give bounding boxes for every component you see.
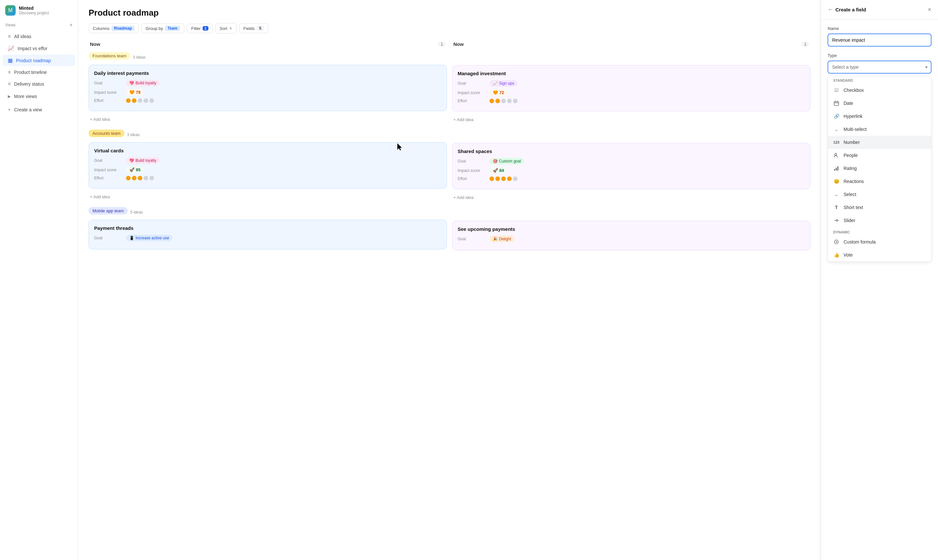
svg-point-5: [836, 220, 838, 222]
goal-value: Increase active use: [136, 236, 169, 240]
idea-field-goal: Goal 🎯 Custom goal: [457, 158, 805, 165]
card-title: See upcoming payments: [457, 226, 805, 232]
status-icon: ≡: [8, 81, 11, 87]
columns-button[interactable]: Columns Roadmap: [89, 23, 139, 33]
sidebar-item-product-timeline[interactable]: ≡ Product timeline: [3, 67, 75, 78]
impact-emoji: 🧡: [129, 90, 134, 95]
type-select[interactable]: Select a type: [827, 60, 932, 74]
goal-value: Build loyalty: [136, 158, 156, 163]
close-button[interactable]: ×: [927, 6, 932, 13]
goal-tag[interactable]: 📱 Increase active use: [126, 235, 172, 241]
sidebar-more-views[interactable]: ▶ More views: [3, 91, 75, 102]
main-header: Product roadmap Columns Roadmap Group by…: [78, 0, 821, 39]
field-label-impact: Impact score: [94, 90, 123, 95]
name-input[interactable]: [827, 34, 932, 46]
option-select[interactable]: ⌄ Select: [828, 188, 931, 201]
hyperlink-icon: 🔗: [833, 113, 839, 120]
option-multi-select[interactable]: ⌄ Multi-select: [828, 123, 931, 136]
sidebar-item-product-roadmap[interactable]: ▦ Product roadmap: [3, 55, 75, 66]
card-managed-investment: Managed investment Goal 📈 Sign ups Impac…: [452, 65, 810, 111]
sort-button[interactable]: Sort +: [215, 23, 236, 34]
field-label-goal: Goal: [457, 81, 487, 86]
app-logo: M Minted Discovery project: [0, 5, 78, 22]
option-custom-formula[interactable]: Custom formula: [828, 235, 931, 248]
add-view-icon[interactable]: +: [70, 22, 72, 28]
impact-value: 72: [499, 90, 504, 95]
option-hyperlink[interactable]: 🔗 Hyperlink: [828, 110, 931, 123]
dot-4: [507, 177, 512, 181]
svg-rect-4: [837, 166, 838, 171]
accounts-ideas-count: 3 ideas: [127, 132, 140, 137]
add-idea-foundations-left[interactable]: + Add idea: [89, 114, 447, 125]
dot-1: [490, 98, 494, 103]
add-idea-label: + Add idea: [90, 194, 110, 199]
option-label: Hyperlink: [844, 114, 863, 119]
idea-field-effort: Effort: [94, 176, 441, 180]
type-select-wrapper: Select a type: [827, 60, 932, 74]
slider-icon: [833, 217, 839, 224]
option-short-text[interactable]: T Short text: [828, 201, 931, 214]
goal-tag[interactable]: 📈 Sign ups: [490, 80, 518, 87]
option-vote[interactable]: 👍 Vote: [828, 248, 931, 262]
svg-rect-2: [834, 169, 835, 171]
goal-tag[interactable]: 🎯 Custom goal: [490, 158, 524, 165]
add-idea-foundations-right[interactable]: + Add idea: [452, 115, 810, 125]
team-mobile-right: See upcoming payments Goal 🎉 Delight: [452, 208, 810, 250]
col-header-now2: Now 1: [452, 39, 810, 49]
dot-5: [513, 177, 518, 181]
sidebar-item-all-ideas[interactable]: ≡ All ideas: [3, 31, 75, 42]
group-by-button[interactable]: Group by Team: [141, 23, 184, 33]
short-text-icon: T: [833, 204, 839, 211]
back-arrow-icon[interactable]: ←: [827, 6, 833, 13]
add-idea-accounts-left[interactable]: + Add idea: [89, 192, 447, 202]
dot-5: [149, 176, 154, 180]
team-mobile-left: Mobile app team 5 ideas Payment threads …: [89, 207, 447, 249]
option-reactions[interactable]: 😊 Reactions: [828, 175, 931, 188]
team-label-mobile: Mobile app team: [89, 207, 128, 215]
sidebar-item-delivery-status[interactable]: ≡ Delivery status: [3, 78, 75, 89]
option-people[interactable]: People: [828, 149, 931, 162]
option-rating[interactable]: Rating: [828, 162, 931, 175]
card-payment-threads: Payment threads Goal 📱 Increase active u…: [89, 220, 447, 249]
add-idea-label: + Add idea: [453, 117, 474, 122]
impact-emoji: 🚀: [129, 167, 134, 172]
option-label: People: [844, 153, 858, 158]
dot-2: [495, 177, 500, 181]
team-accounts-left: Accounts team 3 ideas Virtual cards Goal…: [89, 129, 447, 202]
goal-tag[interactable]: 💖 Build loyalty: [126, 80, 160, 86]
sidebar-create-view[interactable]: + Create a view: [3, 104, 75, 115]
create-view-label: Create a view: [14, 107, 42, 112]
option-number[interactable]: 123 Number: [828, 136, 931, 149]
goal-emoji: 📈: [493, 81, 497, 86]
sort-label: Sort: [220, 26, 227, 31]
idea-field-impact: Impact score 🧡 72: [457, 89, 805, 96]
add-idea-accounts-right[interactable]: + Add idea: [452, 192, 810, 203]
dot-5: [149, 98, 154, 103]
option-label: Rating: [844, 166, 856, 171]
logo-icon: M: [5, 5, 15, 15]
formula-icon: [833, 238, 839, 245]
col-title-now: Now: [90, 42, 100, 47]
option-label: Slider: [844, 218, 855, 223]
col-count-now2: 1: [801, 42, 809, 47]
dot-1: [126, 98, 131, 103]
option-slider[interactable]: Slider: [828, 214, 931, 227]
option-date[interactable]: Date: [828, 97, 931, 110]
name-field-label: Name: [827, 26, 932, 31]
field-label-goal: Goal: [457, 237, 487, 241]
filter-button[interactable]: Filter 1: [187, 24, 213, 33]
views-section: Views +: [0, 22, 78, 31]
card-upcoming-payments: See upcoming payments Goal 🎉 Delight: [452, 221, 810, 250]
sidebar-item-impact-vs-effort[interactable]: 📈 Impact vs effor: [3, 43, 75, 54]
col-now-left: Now 1 Foundations team 3 ideas Daily int…: [89, 39, 447, 255]
plus-icon: +: [8, 107, 11, 113]
impact-value: 78: [136, 90, 140, 95]
rating-icon: [833, 165, 839, 172]
goal-tag[interactable]: 🎉 Delight: [490, 236, 514, 242]
option-checkbox[interactable]: ☑ Checkbox: [828, 84, 931, 97]
chart-icon: 📈: [8, 45, 14, 51]
panel-header: ← Create a field ×: [821, 0, 938, 20]
goal-tag[interactable]: 💖 Build loyalty: [126, 157, 160, 164]
card-daily-interest: Daily interest payments Goal 💖 Build loy…: [89, 65, 447, 111]
fields-button[interactable]: Fields 5: [239, 23, 268, 33]
